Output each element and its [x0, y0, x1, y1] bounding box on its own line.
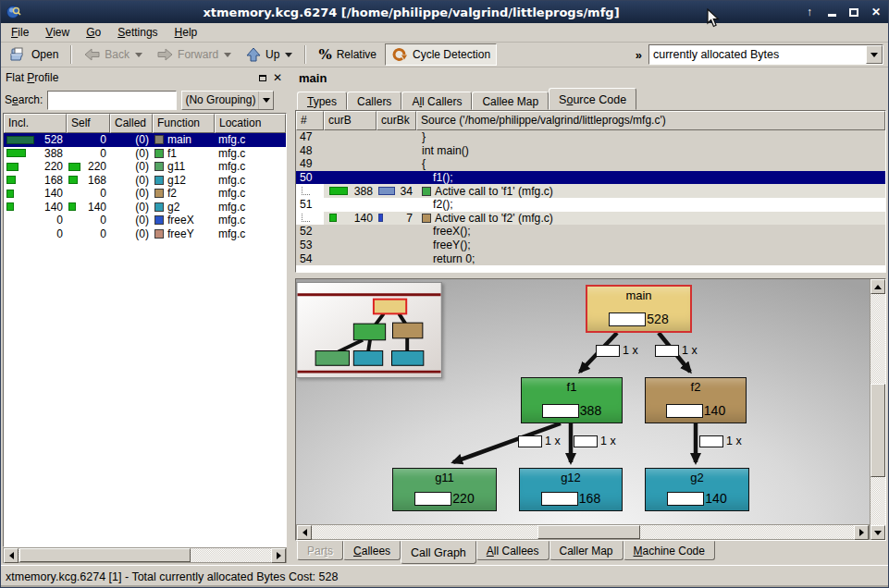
back-dropdown-caret[interactable]: [135, 53, 142, 57]
flat-profile-hscrollbar[interactable]: [3, 547, 287, 563]
up-dropdown-caret[interactable]: [285, 53, 292, 57]
table-row[interactable]: 220 220 (0) g11 mfg.c: [4, 160, 286, 174]
graph-node-main[interactable]: main 528: [586, 285, 692, 333]
scrollbar-thumb[interactable]: [19, 548, 191, 562]
scrollbar-thumb[interactable]: [870, 384, 885, 478]
graph-overview-minimap[interactable]: [296, 282, 442, 378]
source-line[interactable]: 53 freeY();: [296, 239, 885, 252]
up-button[interactable]: Up: [240, 43, 299, 66]
column-header-self[interactable]: Self: [67, 114, 110, 133]
source-code-view: # curB curBk Source ('/home/philippe/val…: [295, 110, 886, 273]
source-line[interactable]: 52 freeX();: [296, 225, 885, 239]
source-line[interactable]: 49 {: [296, 157, 885, 171]
scroll-down-button[interactable]: [870, 525, 885, 540]
grouping-dropdown-button[interactable]: [258, 92, 273, 109]
function-color-swatch: [154, 189, 164, 198]
source-line[interactable]: 48 int main(): [296, 144, 885, 158]
tab-all-callees[interactable]: All Callees: [476, 541, 549, 560]
triangle-right-icon: [277, 552, 281, 559]
table-row[interactable]: 528 0 (0) main mfg.c: [4, 133, 286, 147]
tab-call-graph[interactable]: Call Graph: [401, 541, 476, 564]
table-row[interactable]: 140 140 (0) g2 mfg.c: [4, 201, 286, 214]
call-graph-canvas[interactable]: main 528 f1 388 f2 140 g11: [296, 279, 870, 524]
graph-node-g2[interactable]: g2 140: [645, 468, 749, 511]
minimize-button[interactable]: [825, 6, 838, 18]
event-type-combobox[interactable]: currently allocated Bytes: [648, 44, 883, 65]
column-header-incl[interactable]: Incl.: [4, 114, 67, 133]
column-header-line[interactable]: #: [296, 111, 324, 130]
cost-bar: [541, 492, 578, 506]
table-row[interactable]: 388 0 (0) f1 mfg.c: [4, 147, 286, 161]
source-line[interactable]: 47 }: [296, 130, 885, 144]
column-header-curbk[interactable]: curBk: [377, 111, 416, 130]
graph-vscrollbar[interactable]: [870, 279, 885, 540]
tab-all-callers[interactable]: All Callers: [401, 92, 472, 110]
menu-file[interactable]: File: [3, 23, 37, 42]
source-call-annotation[interactable]: 388 34 Active call to 'f1' (mfg.c): [296, 184, 885, 198]
forward-dropdown-caret[interactable]: [224, 53, 231, 57]
menu-settings[interactable]: Settings: [109, 23, 166, 42]
combobox-dropdown-button[interactable]: [866, 45, 883, 64]
scroll-right-button[interactable]: [854, 525, 869, 540]
edge-label-f2-g2: 1 x: [699, 435, 742, 447]
cost-bar: [609, 312, 646, 326]
graph-node-g12[interactable]: g12 168: [519, 468, 623, 511]
function-color-swatch: [154, 202, 164, 212]
toolbar-overflow-chevron[interactable]: »: [631, 48, 647, 62]
back-arrow-icon: [84, 48, 100, 61]
scroll-up-button[interactable]: [870, 279, 885, 294]
dock-header[interactable]: Flat Profile ✕: [3, 68, 287, 87]
menu-view[interactable]: View: [37, 23, 78, 42]
column-header-location[interactable]: Location: [215, 114, 286, 133]
column-header-source[interactable]: Source ('/home/philippe/valgrind/littlep…: [416, 111, 885, 130]
source-call-annotation[interactable]: 140 7 Active call to 'f2' (mfg.c): [296, 212, 885, 226]
toolbar-separator: [70, 45, 72, 64]
column-header-curb[interactable]: curB: [324, 111, 377, 130]
table-row[interactable]: 0 0 (0) freeX mfg.c: [4, 214, 286, 227]
table-row[interactable]: 140 0 (0) f2 mfg.c: [4, 187, 286, 201]
vertical-splitter[interactable]: [288, 67, 295, 565]
tab-source-code[interactable]: Source Code: [549, 88, 636, 110]
graph-node-g11[interactable]: g11 220: [392, 468, 497, 511]
scrollbar-thumb[interactable]: [537, 525, 640, 539]
scroll-left-button[interactable]: [297, 525, 312, 540]
tab-caller-map[interactable]: Caller Map: [549, 541, 624, 560]
tab-callee-map[interactable]: Callee Map: [472, 92, 549, 110]
table-row[interactable]: 0 0 (0) freeY mfg.c: [4, 227, 286, 241]
function-detail-pane: main Types Callers All Callers Callee Ma…: [295, 67, 888, 565]
relative-button[interactable]: % Relative: [312, 43, 383, 66]
shade-button[interactable]: ↑: [803, 6, 816, 18]
tab-machine-code[interactable]: Machine Code: [624, 541, 715, 560]
menu-help[interactable]: Help: [167, 23, 206, 42]
dock-float-button[interactable]: [256, 71, 269, 84]
graph-node-f2[interactable]: f2 140: [645, 377, 747, 423]
table-row[interactable]: 168 168 (0) g12 mfg.c: [4, 174, 286, 188]
graph-hscrollbar[interactable]: [296, 524, 870, 540]
column-header-function[interactable]: Function: [153, 114, 215, 133]
scroll-right-button[interactable]: [271, 548, 286, 563]
cycle-detection-button[interactable]: Cycle Detection: [385, 43, 497, 66]
menu-go[interactable]: Go: [78, 23, 109, 42]
edge-label-f1-g12: 1 x: [574, 435, 616, 447]
tab-callers[interactable]: Callers: [347, 92, 401, 110]
source-line[interactable]: 54 return 0;: [296, 251, 885, 265]
maximize-button[interactable]: [847, 6, 860, 18]
column-header-called[interactable]: Called: [110, 114, 153, 133]
forward-button[interactable]: Forward: [151, 43, 238, 66]
grouping-combobox[interactable]: (No Grouping): [181, 91, 274, 110]
source-line-selected[interactable]: 50 f1();: [296, 171, 885, 185]
titlebar[interactable]: xtmemory.kcg.6274 [/home/philippe/valgri…: [1, 1, 888, 23]
function-color-swatch: [422, 214, 431, 223]
dock-close-button[interactable]: ✕: [271, 71, 284, 84]
open-button[interactable]: Open: [4, 43, 65, 66]
source-line[interactable]: 51 f2();: [296, 198, 885, 212]
app-window: xtmemory.kcg.6274 [/home/philippe/valgri…: [0, 0, 889, 588]
tab-types[interactable]: Types: [297, 92, 347, 110]
graph-node-f1[interactable]: f1 388: [521, 377, 623, 423]
close-button[interactable]: ✕: [870, 6, 883, 18]
tab-callees[interactable]: Callees: [343, 541, 401, 560]
back-button[interactable]: Back: [78, 43, 149, 66]
scroll-left-button[interactable]: [4, 548, 19, 563]
tab-parts[interactable]: Parts: [297, 541, 343, 560]
search-input[interactable]: [47, 91, 177, 110]
